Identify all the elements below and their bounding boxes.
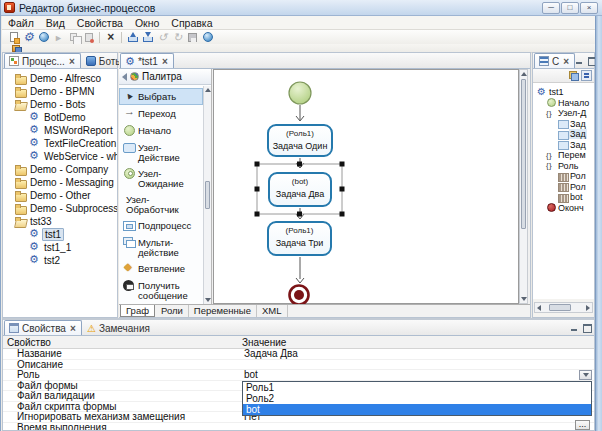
palette-item[interactable]: Узел-Действие xyxy=(119,139,203,165)
editor-view-tab[interactable]: Граф xyxy=(120,305,155,317)
scrollbar-thumb[interactable] xyxy=(549,304,571,311)
scroll-up-icon[interactable] xyxy=(204,86,211,94)
close-icon[interactable] xyxy=(562,56,570,67)
outline-item[interactable]: Перем xyxy=(533,150,594,161)
menu-item[interactable]: Свойства xyxy=(71,17,129,29)
minimize-panel-icon[interactable] xyxy=(575,56,584,65)
editor-view-tab[interactable]: XML xyxy=(257,305,288,317)
tree-item[interactable]: Demo - Messaging xyxy=(3,176,117,189)
property-row[interactable]: Описание xyxy=(3,360,594,371)
property-row[interactable]: Время выполнения xyxy=(3,423,594,431)
tree-item[interactable]: TextFileCreation xyxy=(3,137,117,150)
palette-scrollbar[interactable] xyxy=(203,86,211,304)
outline-hscrollbar[interactable] xyxy=(534,302,593,313)
scrollbar-thumb[interactable] xyxy=(205,181,210,209)
task-node-two-selected[interactable]: (bot) Задача Два xyxy=(268,172,332,207)
palette-item[interactable]: Выбрать xyxy=(119,88,203,105)
scroll-left-icon[interactable] xyxy=(535,303,543,312)
tree-item[interactable]: WebService - who is xyxy=(3,150,117,163)
tree-item[interactable]: MSWordReport xyxy=(3,124,117,137)
maximize-window-button[interactable]: □ xyxy=(561,2,579,14)
tree-item[interactable]: tst2 xyxy=(3,254,117,267)
title-bar[interactable]: Редактор бизнес-процессов ─ □ × xyxy=(1,0,602,16)
outline-item[interactable]: Оконч xyxy=(533,203,594,214)
menu-item[interactable]: Справка xyxy=(165,17,218,29)
minimize-window-button[interactable]: ─ xyxy=(542,2,560,14)
menu-item[interactable]: Окно xyxy=(129,17,165,29)
tab-properties[interactable]: Свойства xyxy=(4,320,82,335)
outline-item[interactable]: tst1 xyxy=(533,87,594,98)
scroll-right-icon[interactable] xyxy=(584,303,592,312)
outline-item[interactable]: Зад xyxy=(533,119,594,130)
maximize-panel-icon[interactable] xyxy=(582,323,591,332)
outline-item[interactable]: Зад xyxy=(533,129,594,140)
run-icon[interactable] xyxy=(51,31,66,44)
tab-notes[interactable]: Замечания xyxy=(82,320,155,335)
scroll-down-icon[interactable] xyxy=(520,295,527,303)
minimize-panel-icon[interactable] xyxy=(570,323,579,332)
property-value[interactable]: bot xyxy=(244,370,258,381)
palette-item[interactable]: Начало xyxy=(119,122,203,139)
palette-item[interactable]: Узел-Обработчик xyxy=(119,191,203,217)
menu-item[interactable]: Вид xyxy=(40,17,71,29)
scrollbar-thumb[interactable] xyxy=(521,79,526,229)
redo-icon[interactable] xyxy=(170,31,185,44)
property-row[interactable]: Роль bot xyxy=(3,370,594,381)
tab-tst1-editor[interactable]: *tst1 xyxy=(120,53,174,68)
palette-item[interactable]: Переход xyxy=(119,105,203,122)
tree-item[interactable]: tst33 xyxy=(3,215,117,228)
close-icon[interactable] xyxy=(161,56,169,67)
tree-item[interactable]: Demo - Other xyxy=(3,189,117,202)
browser-icon[interactable] xyxy=(200,31,215,44)
settings-gear-icon[interactable] xyxy=(21,31,36,44)
palette-item[interactable]: Мульти-действие xyxy=(119,234,203,260)
overview-mode-icon[interactable] xyxy=(568,70,579,81)
role-combo-button[interactable] xyxy=(579,370,592,380)
role-dropdown-option[interactable]: bot xyxy=(243,404,591,415)
property-value[interactable]: Задача Два xyxy=(244,349,298,360)
outline-item[interactable]: Роль xyxy=(533,161,594,172)
outline-item[interactable]: Узел-Д xyxy=(533,108,594,119)
tree-item[interactable]: Demo - Bots xyxy=(3,98,117,111)
tab-processes[interactable]: Процес... xyxy=(4,53,81,68)
close-window-button[interactable]: × xyxy=(580,2,598,14)
task-node-three[interactable]: (Роль1) Задача Три xyxy=(267,221,332,256)
outline-item[interactable]: Рол xyxy=(533,171,594,182)
tree-item[interactable]: tst1 xyxy=(3,228,117,241)
palette-item[interactable]: Получить сообщение xyxy=(119,277,203,303)
tree-item[interactable]: BotDemo xyxy=(3,111,117,124)
tree-item[interactable]: Demo - BPMN xyxy=(3,85,117,98)
delete-icon[interactable] xyxy=(103,31,118,44)
outline-item[interactable]: bot xyxy=(533,192,594,203)
palette-item[interactable]: Подпроцесс xyxy=(119,217,203,234)
property-row[interactable]: Название Задача Два xyxy=(3,349,594,360)
editor-view-tab[interactable]: Переменные xyxy=(189,305,257,317)
tree-item[interactable]: Demo - Subprocess xyxy=(3,202,117,215)
tree-item[interactable]: Demo - Alfresco xyxy=(3,72,117,85)
scroll-up-icon[interactable] xyxy=(520,70,527,78)
diagram-canvas[interactable]: (Роль1) Задача Один (bot) Задача Два (Ро… xyxy=(213,69,519,304)
canvas-vscrollbar[interactable] xyxy=(519,69,528,304)
collapse-palette-icon[interactable] xyxy=(122,73,127,81)
save-icon[interactable] xyxy=(185,31,200,44)
tab-outline[interactable]: C xyxy=(534,53,575,68)
menu-item[interactable]: Файл xyxy=(2,17,40,29)
palette-item[interactable]: Узел-Ожидание xyxy=(119,165,203,191)
editor-view-tab[interactable]: Роли xyxy=(156,305,189,317)
outline-item[interactable]: Зад xyxy=(533,140,594,151)
export-icon[interactable] xyxy=(140,31,155,44)
tree-mode-icon[interactable] xyxy=(581,70,592,81)
browse-button[interactable]: ... xyxy=(575,420,590,430)
close-icon[interactable] xyxy=(69,323,77,334)
undo-icon[interactable] xyxy=(155,31,170,44)
scroll-down-icon[interactable] xyxy=(204,296,211,304)
outline-item[interactable]: Начало xyxy=(533,98,594,109)
outline-item[interactable]: Рол xyxy=(533,182,594,193)
tree-item[interactable]: tst1_1 xyxy=(3,241,117,254)
task-node-one[interactable]: (Роль1) Задача Один xyxy=(267,124,333,157)
tree-item[interactable]: Demo - Company xyxy=(3,163,117,176)
palette-item[interactable]: Ветвление xyxy=(119,260,203,277)
paste-icon[interactable] xyxy=(81,31,96,44)
copy-icon[interactable] xyxy=(66,31,81,44)
role-dropdown-option[interactable]: Роль2 xyxy=(243,393,591,404)
